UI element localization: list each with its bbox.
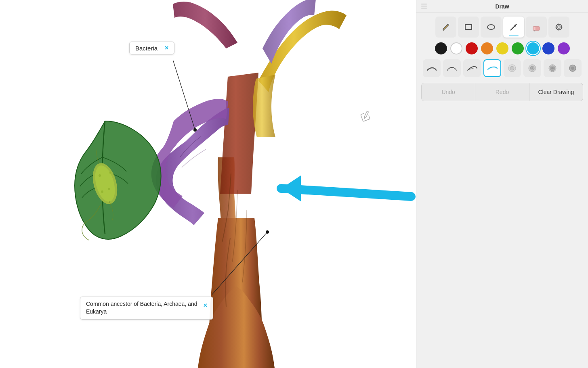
brush-5-btn[interactable] [504,59,521,77]
svg-point-3 [109,172,111,174]
color-red[interactable] [466,42,478,54]
svg-point-22 [558,26,560,28]
color-yellow[interactable] [496,42,508,54]
bacteria-label-close[interactable]: × [165,44,168,52]
svg-point-14 [487,25,495,29]
svg-point-2 [99,174,101,177]
svg-point-34 [551,67,554,69]
color-cyan[interactable] [527,42,539,54]
ellipse-tool-btn[interactable] [481,17,502,38]
redo-btn[interactable]: Redo [475,83,529,101]
color-orange[interactable] [481,42,493,54]
color-green[interactable] [512,42,524,54]
rectangle-tool-btn[interactable] [458,17,479,38]
panel-title: Draw [495,3,509,10]
brush-8-btn[interactable] [564,59,582,77]
svg-point-28 [510,66,514,70]
draw-panel: Draw [416,0,588,368]
brush-2-btn[interactable] [443,59,461,77]
color-row [416,40,588,57]
brush-4-btn[interactable] [483,59,501,77]
svg-point-4 [101,190,103,193]
svg-rect-13 [465,25,472,29]
color-purple[interactable] [558,42,570,54]
brush-row [416,57,588,79]
svg-point-5 [108,188,110,190]
eraser-tool-btn[interactable] [526,17,547,38]
brush-3-btn[interactable] [463,59,481,77]
action-row: Undo Redo Clear Drawing [421,83,583,101]
svg-point-31 [531,67,533,69]
canvas-area: Bacteria × Common ancestor of Bacteria, … [0,0,416,368]
bacteria-label: Bacteria × [129,42,174,54]
arrow-tool-btn[interactable] [503,17,524,38]
brush-1-btn[interactable] [423,59,441,77]
ancestor-label-close[interactable]: × [204,301,207,310]
svg-rect-18 [536,27,540,30]
pencil-tool-btn[interactable] [435,17,456,38]
ancestor-label-text: Common ancestor of Bacteria, Archaea, an… [86,300,200,316]
select-tool-btn[interactable] [548,17,569,38]
panel-header: Draw [416,0,588,13]
clear-drawing-btn[interactable]: Clear Drawing [529,83,583,101]
color-blue[interactable] [542,42,554,54]
color-black[interactable] [435,42,447,54]
brush-7-btn[interactable] [544,59,561,77]
undo-btn[interactable]: Undo [422,83,475,101]
brush-6-btn[interactable] [523,59,541,77]
drag-handle[interactable] [421,4,427,8]
svg-point-36 [571,67,574,70]
color-white[interactable] [450,42,462,54]
bacteria-label-text: Bacteria [135,45,158,52]
svg-point-21 [556,24,562,30]
tool-row [416,13,588,40]
ancestor-label: Common ancestor of Bacteria, Archaea, an… [80,297,213,320]
